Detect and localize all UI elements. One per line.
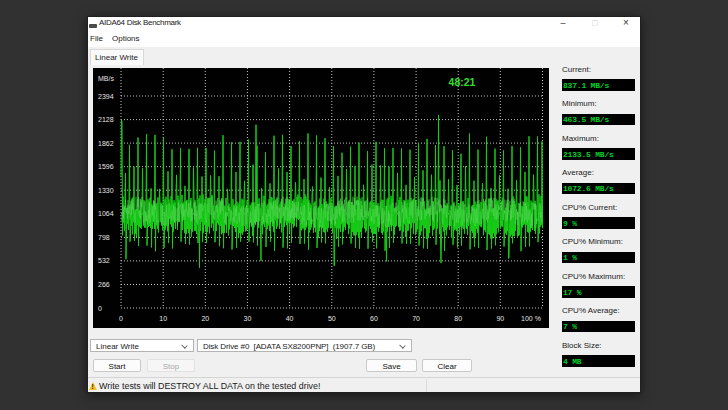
svg-text:60: 60 [370,315,378,322]
svg-text:798: 798 [98,234,110,241]
svg-text:20: 20 [201,315,209,322]
svg-text:532: 532 [98,257,110,264]
svg-text:0: 0 [98,305,102,312]
svg-text:2394: 2394 [98,93,114,100]
svg-text:266: 266 [98,281,110,288]
svg-text:10: 10 [159,315,167,322]
svg-text:70: 70 [412,315,420,322]
svg-text:80: 80 [454,315,462,322]
svg-text:30: 30 [244,315,252,322]
svg-text:1330: 1330 [98,187,114,194]
svg-text:40: 40 [286,315,294,322]
svg-text:90: 90 [496,315,504,322]
svg-text:1596: 1596 [98,163,114,170]
svg-text:MB/s: MB/s [98,75,114,82]
svg-text:1862: 1862 [98,140,114,147]
svg-text:48:21: 48:21 [449,76,476,88]
svg-text:1064: 1064 [98,210,114,217]
svg-text:0: 0 [119,315,123,322]
svg-text:2128: 2128 [98,116,114,123]
svg-text:50: 50 [328,315,336,322]
svg-text:100 %: 100 % [521,315,541,322]
